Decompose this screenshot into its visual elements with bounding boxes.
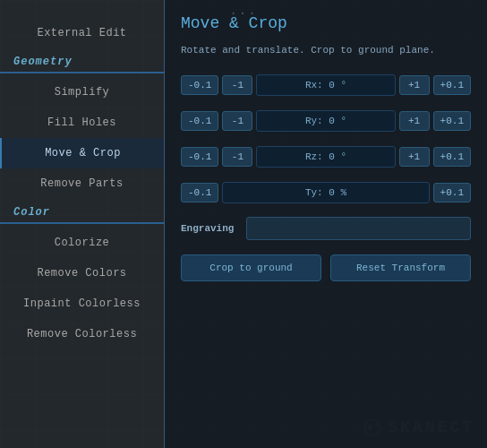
ry-minus-01-button[interactable]: -0.1 <box>181 111 218 131</box>
main-panel: Move & Crop Rotate and translate. Crop t… <box>164 0 487 448</box>
rx-field: Rx: 0 ° <box>256 74 395 96</box>
reset-transform-button[interactable]: Reset Transform <box>330 254 471 281</box>
sidebar-item-colorize[interactable]: Colorize <box>0 228 164 258</box>
crop-to-ground-button[interactable]: Crop to ground <box>181 254 321 281</box>
rx-minus-01-button[interactable]: -0.1 <box>181 75 218 95</box>
ty-minus-01-button[interactable]: -0.1 <box>181 183 218 202</box>
sidebar-item-external-edit[interactable]: External Edit <box>0 18 164 48</box>
panel-subtitle: Rotate and translate. Crop to ground pla… <box>181 45 471 56</box>
rz-minus-01-button[interactable]: -0.1 <box>181 147 218 167</box>
sidebar-section-geometry: Geometry <box>0 48 164 73</box>
sidebar-item-simplify[interactable]: Simplify <box>0 77 164 108</box>
rx-plus-01-button[interactable]: +0.1 <box>433 75 471 95</box>
rz-plus-01-button[interactable]: +0.1 <box>433 147 471 167</box>
ry-control-row: -0.1 -1 Ry: 0 ° +1 +0.1 <box>181 108 471 134</box>
sidebar-item-remove-parts[interactable]: Remove Parts <box>0 168 164 199</box>
app-container: External Edit Geometry Simplify Fill Hol… <box>0 0 487 448</box>
ty-plus-01-button[interactable]: +0.1 <box>433 183 471 202</box>
ty-field: Ty: 0 % <box>222 182 429 203</box>
engraving-row: Engraving <box>181 215 471 242</box>
ry-minus-1-button[interactable]: -1 <box>222 111 252 131</box>
sidebar-item-remove-colors[interactable]: Remove Colors <box>0 258 164 289</box>
sidebar-item-fill-holes[interactable]: Fill Holes <box>0 108 164 138</box>
sidebar-item-remove-colorless[interactable]: Remove Colorless <box>0 319 164 349</box>
engraving-label: Engraving <box>181 223 239 234</box>
panel-title: Move & Crop <box>181 14 471 32</box>
rz-field: Rz: 0 ° <box>256 146 395 168</box>
rz-control-row: -0.1 -1 Rz: 0 ° +1 +0.1 <box>181 143 471 170</box>
bottom-buttons: Crop to ground Reset Transform <box>181 254 471 281</box>
sidebar-section-color: Color <box>0 199 164 224</box>
rz-plus-1-button[interactable]: +1 <box>399 147 430 167</box>
rx-minus-1-button[interactable]: -1 <box>222 75 252 95</box>
sidebar: External Edit Geometry Simplify Fill Hol… <box>0 0 164 448</box>
ty-control-row: -0.1 Ty: 0 % +0.1 <box>181 179 471 206</box>
ry-plus-1-button[interactable]: +1 <box>399 111 430 131</box>
rx-control-row: -0.1 -1 Rx: 0 ° +1 +0.1 <box>181 72 471 99</box>
ry-plus-01-button[interactable]: +0.1 <box>433 111 471 131</box>
top-dots: ... <box>229 4 257 18</box>
sidebar-item-move-crop[interactable]: Move & Crop <box>0 138 164 168</box>
rx-plus-1-button[interactable]: +1 <box>399 75 430 95</box>
ry-field: Ry: 0 ° <box>256 110 395 132</box>
sidebar-item-inpaint-colorless[interactable]: Inpaint Colorless <box>0 289 164 319</box>
rz-minus-1-button[interactable]: -1 <box>222 147 252 167</box>
engraving-field[interactable] <box>246 217 471 240</box>
